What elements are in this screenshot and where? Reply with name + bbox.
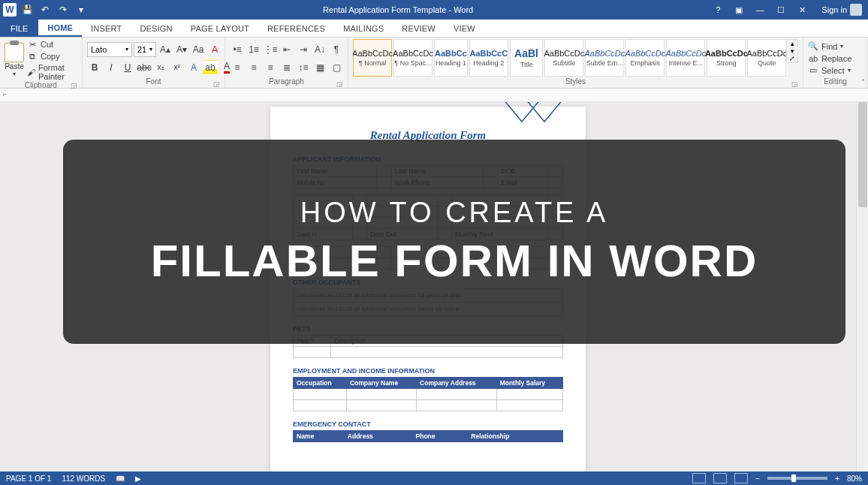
styles-scroll-down-icon[interactable]: ▾ — [787, 47, 797, 55]
print-layout-icon[interactable] — [713, 473, 727, 483]
style-card[interactable]: AaBbCcDcEmphasis — [625, 39, 665, 77]
minimize-icon[interactable]: — — [752, 2, 767, 17]
signin-label: Sign in — [821, 5, 847, 14]
select-button[interactable]: ▭Select ▾ — [808, 65, 851, 76]
copy-button[interactable]: ⧉Copy — [27, 51, 77, 62]
style-card[interactable]: AaBbCcDcSubtitle — [544, 39, 583, 77]
qat-customize-icon[interactable]: ▾ — [74, 2, 89, 17]
bold-button[interactable]: B — [87, 60, 102, 75]
format-painter-button[interactable]: 🖌Format Painter — [27, 63, 77, 81]
undo-icon[interactable]: ↶ — [38, 2, 53, 17]
tab-design[interactable]: DESIGN — [131, 20, 181, 37]
style-card[interactable]: AaBbCcDc¶ Normal — [353, 39, 392, 77]
style-card[interactable]: AaBbCcHeading 1 — [434, 39, 468, 77]
status-page[interactable]: PAGE 1 OF 1 — [6, 474, 51, 483]
ruler: ⌐ — [0, 89, 868, 102]
style-card[interactable]: AaBbCcDc¶ No Spac... — [393, 39, 432, 77]
signin-area[interactable]: Sign in — [815, 4, 868, 16]
group-styles: AaBbCcDc¶ NormalAaBbCcDc¶ No Spac...AaBb… — [348, 38, 803, 88]
macro-icon[interactable]: ▶ — [135, 474, 141, 483]
select-icon: ▭ — [808, 65, 818, 76]
numbering-icon[interactable]: 1≡ — [246, 42, 261, 57]
replace-button[interactable]: abReplace — [808, 53, 851, 64]
italic-button[interactable]: I — [104, 60, 119, 75]
help-icon[interactable]: ? — [710, 2, 725, 17]
ruler-left-marker: ⌐ — [3, 90, 8, 98]
decrease-indent-icon[interactable]: ⇤ — [279, 42, 294, 57]
align-left-icon[interactable]: ≡ — [230, 60, 245, 75]
zoom-slider[interactable] — [767, 477, 827, 480]
font-size-select[interactable]: 21▾ — [134, 42, 156, 57]
font-launcher-icon[interactable]: ◲ — [212, 80, 220, 88]
align-center-icon[interactable]: ≡ — [246, 60, 261, 75]
editing-group-label: Editing — [824, 77, 847, 86]
style-card[interactable]: AaBbCcDcQuote — [747, 39, 786, 77]
text-effects-icon[interactable]: A — [186, 60, 201, 75]
tab-page-layout[interactable]: PAGE LAYOUT — [182, 20, 258, 37]
change-case-icon[interactable]: Aa — [191, 42, 206, 57]
strikethrough-button[interactable]: abc — [137, 60, 152, 75]
paragraph-launcher-icon[interactable]: ◲ — [336, 80, 343, 88]
style-card[interactable]: AaBbCcCHeading 2 — [469, 39, 508, 77]
tab-file[interactable]: FILE — [0, 20, 38, 37]
spellcheck-icon[interactable]: 📖 — [116, 474, 125, 483]
find-icon: 🔍 — [808, 41, 818, 52]
grow-font-icon[interactable]: A▴ — [158, 42, 173, 57]
scrollbar-thumb[interactable] — [858, 102, 867, 207]
web-layout-icon[interactable] — [734, 473, 748, 483]
shrink-font-icon[interactable]: A▾ — [174, 42, 189, 57]
statusbar: PAGE 1 OF 1 112 WORDS 📖 ▶ − + 80% — [0, 471, 868, 485]
zoom-out-icon[interactable]: − — [755, 474, 760, 483]
read-mode-icon[interactable] — [692, 473, 706, 483]
subscript-button[interactable]: x₂ — [153, 60, 168, 75]
styles-group-label: Styles — [565, 77, 586, 86]
zoom-level[interactable]: 80% — [847, 474, 862, 483]
style-card[interactable]: AaBbCcDcSubtle Em... — [585, 39, 624, 77]
maximize-icon[interactable]: ☐ — [773, 2, 788, 17]
superscript-button[interactable]: x² — [170, 60, 185, 75]
close-icon[interactable]: ✕ — [794, 2, 809, 17]
horizontal-ruler[interactable] — [296, 89, 854, 101]
style-card[interactable]: AaBlTitle — [510, 39, 544, 77]
style-card[interactable]: AaBbCcDcStrong — [707, 39, 746, 77]
find-button[interactable]: 🔍Find ▾ — [808, 41, 851, 52]
multilevel-list-icon[interactable]: ⋮≡ — [263, 42, 278, 57]
underline-button[interactable]: U — [120, 60, 135, 75]
sort-icon[interactable]: A↓ — [312, 42, 327, 57]
zoom-in-icon[interactable]: + — [835, 474, 839, 483]
styles-launcher-icon[interactable]: ◲ — [791, 80, 798, 88]
font-name-select[interactable]: Lato▾ — [87, 42, 132, 57]
section-employment-title: EMPLOYMENT AND INCOME INFORMATION — [293, 367, 563, 375]
bullets-icon[interactable]: •≡ — [230, 42, 245, 57]
paste-button[interactable]: Paste ▾ — [5, 43, 24, 77]
cut-button[interactable]: ✂Cut — [27, 39, 77, 50]
tab-view[interactable]: VIEW — [445, 20, 484, 37]
styles-scroll-up-icon[interactable]: ▴ — [787, 40, 797, 47]
redo-icon[interactable]: ↷ — [56, 2, 71, 17]
status-words[interactable]: 112 WORDS — [62, 474, 105, 483]
shading-icon[interactable]: ▦ — [312, 60, 327, 75]
tab-home[interactable]: HOME — [38, 20, 82, 37]
tab-insert[interactable]: INSERT — [82, 20, 131, 37]
window-controls: ? ▣ — ☐ ✕ — [704, 2, 815, 17]
tab-mailings[interactable]: MAILINGS — [334, 20, 393, 37]
style-card[interactable]: AaBbCcDcIntense E... — [666, 39, 705, 77]
group-editing: 🔍Find ▾ abReplace ▭Select ▾ Editing — [803, 38, 868, 88]
borders-icon[interactable]: ▢ — [329, 60, 344, 75]
ribbon-display-icon[interactable]: ▣ — [731, 2, 746, 17]
scissors-icon: ✂ — [27, 39, 38, 50]
styles-expand-icon[interactable]: ⤢ — [787, 55, 797, 62]
tab-review[interactable]: REVIEW — [393, 20, 445, 37]
save-icon[interactable]: 💾 — [20, 2, 35, 17]
group-paragraph: •≡ 1≡ ⋮≡ ⇤ ⇥ A↓ ¶ ≡ ≡ ≡ ≣ ↕≡ ▦ ▢ — [225, 38, 348, 88]
show-marks-icon[interactable]: ¶ — [329, 42, 344, 57]
line-spacing-icon[interactable]: ↕≡ — [296, 60, 311, 75]
justify-icon[interactable]: ≣ — [279, 60, 294, 75]
increase-indent-icon[interactable]: ⇥ — [296, 42, 311, 57]
clear-formatting-icon[interactable]: A̶ — [207, 42, 222, 57]
collapse-ribbon-icon[interactable]: ˄ — [861, 78, 865, 86]
align-right-icon[interactable]: ≡ — [263, 60, 278, 75]
highlight-icon[interactable]: ab — [203, 60, 218, 75]
tab-references[interactable]: REFERENCES — [258, 20, 334, 37]
vertical-scrollbar[interactable] — [856, 102, 868, 471]
